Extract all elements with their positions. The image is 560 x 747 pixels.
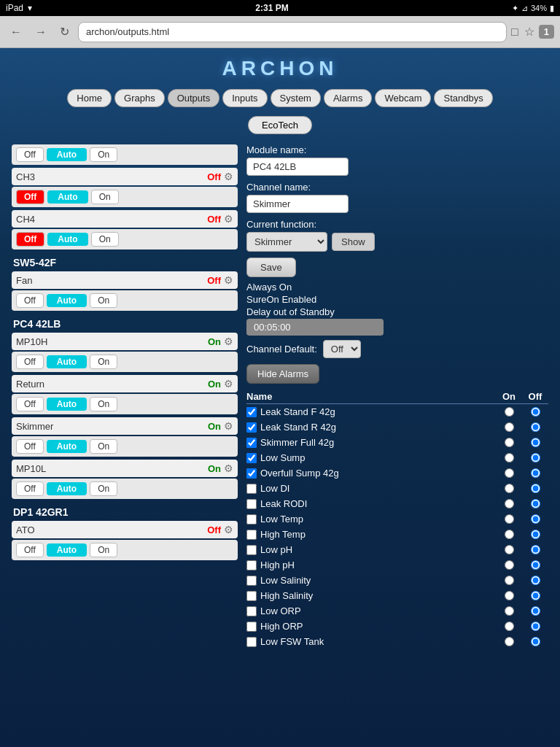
ch4-gear-icon[interactable]: ⚙ — [224, 213, 233, 225]
skimmer-auto-btn[interactable]: Auto — [47, 440, 87, 453]
nav-home[interactable]: Home — [67, 89, 112, 107]
ato-gear-icon[interactable]: ⚙ — [224, 524, 233, 535]
fan-auto-btn[interactable]: Auto — [47, 294, 87, 307]
alarm-check-high-ph[interactable] — [246, 560, 257, 570]
ato-on-btn[interactable]: On — [90, 543, 117, 557]
alarm-label-leak-stand-f[interactable]: Leak Stand F 42g — [246, 406, 496, 417]
alarm-label-low-salinity[interactable]: Low Salinity — [246, 575, 496, 586]
hide-alarms-button[interactable]: Hide Alarms — [246, 364, 319, 384]
alarm-off-low-ph — [522, 545, 548, 554]
save-button[interactable]: Save — [246, 258, 296, 277]
alarm-check-low-fsw[interactable] — [246, 637, 257, 647]
alarm-check-skimmer-full[interactable] — [246, 438, 257, 448]
channel-name-input[interactable] — [246, 195, 349, 213]
fan-off-btn[interactable]: Off — [16, 293, 44, 308]
nav-webcam[interactable]: Webcam — [375, 89, 431, 107]
bookmark-button[interactable]: ☆ — [524, 25, 534, 39]
mp10h-gear-icon[interactable]: ⚙ — [224, 336, 233, 347]
alarm-check-overfull-sump[interactable] — [246, 468, 257, 479]
alarm-check-low-di[interactable] — [246, 484, 257, 494]
alarm-label-low-fsw[interactable]: Low FSW Tank — [246, 636, 496, 647]
nav-standbys[interactable]: Standbys — [434, 89, 492, 107]
return-gear-icon[interactable]: ⚙ — [224, 378, 233, 390]
alarm-row-high-salinity: High Salinity — [246, 588, 548, 603]
return-off-btn[interactable]: Off — [16, 397, 44, 411]
forward-button[interactable]: → — [31, 23, 51, 42]
module-name-input[interactable] — [246, 158, 349, 176]
channel-default-select[interactable]: Off On — [323, 340, 361, 358]
ch3-auto-btn[interactable]: Auto — [47, 190, 88, 204]
alarm-check-leak-rodi[interactable] — [246, 499, 257, 509]
skimmer-off-btn[interactable]: Off — [16, 439, 44, 454]
function-label: Current function: — [246, 219, 548, 230]
alarm-check-high-salinity[interactable] — [246, 591, 257, 601]
skimmer-gear-icon[interactable]: ⚙ — [224, 420, 233, 432]
top-off-btn-1[interactable]: Off — [16, 147, 44, 162]
alarm-off-header: Off — [522, 391, 548, 402]
alarm-label-low-orp[interactable]: Low ORP — [246, 605, 496, 616]
alarm-label-high-salinity[interactable]: High Salinity — [246, 590, 496, 601]
ato-off-btn[interactable]: Off — [16, 543, 44, 557]
alarm-row-leak-stand-r: Leak Stand R 42g — [246, 419, 548, 435]
show-button[interactable]: Show — [332, 233, 375, 251]
alarm-label-low-sump[interactable]: Low Sump — [246, 452, 496, 463]
nav-graphs[interactable]: Graphs — [114, 89, 165, 107]
alarm-check-low-orp[interactable] — [246, 606, 257, 616]
url-bar[interactable] — [78, 22, 507, 42]
top-auto-btn-1[interactable]: Auto — [47, 148, 87, 161]
return-auto-btn[interactable]: Auto — [47, 398, 87, 411]
nav-outputs[interactable]: Outputs — [168, 89, 220, 107]
skimmer-status: On — [208, 421, 221, 432]
refresh-button[interactable]: ↻ — [55, 22, 74, 42]
alarm-label-leak-rodi[interactable]: Leak RODI — [246, 498, 496, 509]
fan-on-btn[interactable]: On — [90, 293, 117, 308]
fan-row: Fan Off ⚙ — [12, 271, 238, 289]
alarm-label-overfull-sump[interactable]: Overfull Sump 42g — [246, 468, 496, 479]
alarm-check-high-temp[interactable] — [246, 530, 257, 540]
nav-system[interactable]: System — [271, 89, 321, 107]
ch3-on-btn[interactable]: On — [91, 190, 119, 204]
alarm-label-high-temp[interactable]: High Temp — [246, 529, 496, 540]
alarm-check-low-temp[interactable] — [246, 514, 257, 525]
alarm-label-skimmer-full[interactable]: Skimmer Full 42g — [246, 437, 496, 448]
skimmer-on-btn[interactable]: On — [90, 439, 117, 454]
delay-time-input[interactable] — [246, 319, 384, 336]
nav-alarms[interactable]: Alarms — [324, 89, 372, 107]
alarm-label-low-di[interactable]: Low DI — [246, 483, 496, 494]
ch3-off-btn[interactable]: Off — [16, 190, 44, 204]
fan-gear-icon[interactable]: ⚙ — [224, 274, 233, 286]
function-select[interactable]: Skimmer Return Pump Light Heater Fan Gen… — [246, 232, 327, 252]
mp10l-gear-icon[interactable]: ⚙ — [224, 462, 233, 474]
alarm-label-high-ph[interactable]: High pH — [246, 560, 496, 570]
top-on-btn-1[interactable]: On — [90, 147, 117, 162]
alarm-label-low-temp[interactable]: Low Temp — [246, 514, 496, 525]
share-button[interactable]: □ — [511, 25, 518, 39]
ecotech-button[interactable]: EcoTech — [248, 116, 312, 134]
return-on-btn[interactable]: On — [90, 397, 117, 411]
ch3-gear-icon[interactable]: ⚙ — [224, 171, 233, 182]
alarm-name-header: Name — [246, 391, 496, 402]
ch4-on-btn[interactable]: On — [91, 232, 119, 247]
tab-count[interactable]: 1 — [539, 25, 554, 39]
alarm-label-low-ph[interactable]: Low pH — [246, 544, 496, 555]
alarm-check-leak-stand-r[interactable] — [246, 422, 257, 433]
mp10h-off-btn[interactable]: Off — [16, 355, 44, 369]
alarm-check-low-sump[interactable] — [246, 453, 257, 463]
alarm-label-leak-stand-r[interactable]: Leak Stand R 42g — [246, 422, 496, 433]
mp10l-off-btn[interactable]: Off — [16, 481, 44, 496]
mp10h-auto-btn[interactable]: Auto — [47, 355, 87, 368]
alarm-check-leak-stand-f[interactable] — [246, 407, 257, 417]
ato-auto-btn[interactable]: Auto — [47, 543, 87, 557]
back-button[interactable]: ← — [6, 23, 26, 42]
mp10l-on-btn[interactable]: On — [90, 481, 117, 496]
alarm-check-low-salinity[interactable] — [246, 576, 257, 586]
channel-name-label: Channel name: — [246, 182, 548, 193]
mp10l-auto-btn[interactable]: Auto — [47, 482, 87, 495]
nav-inputs[interactable]: Inputs — [222, 89, 267, 107]
alarm-check-high-orp[interactable] — [246, 622, 257, 632]
alarm-label-high-orp[interactable]: High ORP — [246, 621, 496, 632]
alarm-check-low-ph[interactable] — [246, 545, 257, 555]
ch4-auto-btn[interactable]: Auto — [47, 233, 88, 246]
ch4-off-btn[interactable]: Off — [16, 232, 44, 247]
mp10h-on-btn[interactable]: On — [90, 355, 117, 369]
